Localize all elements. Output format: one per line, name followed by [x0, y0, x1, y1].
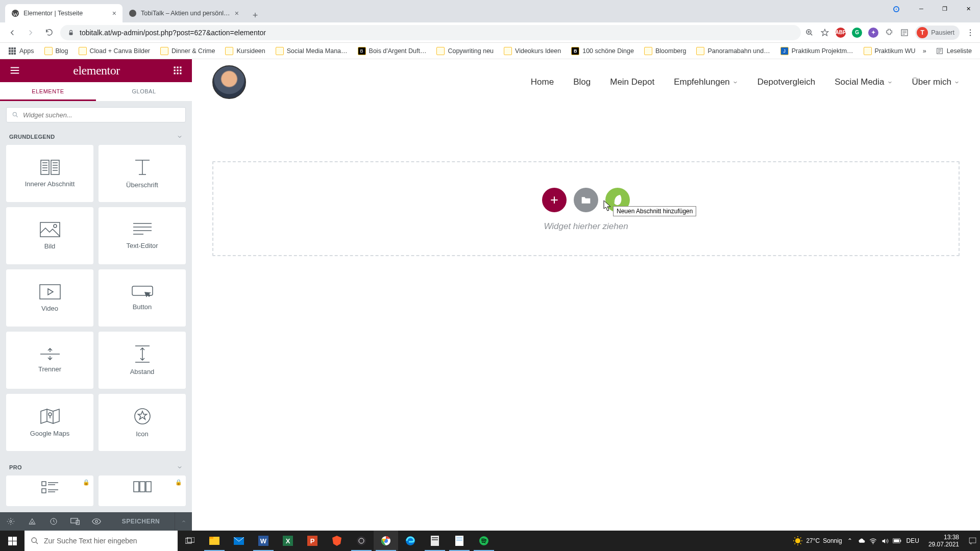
history-button[interactable]	[43, 512, 64, 531]
taskbar-app-mail[interactable]	[227, 531, 251, 551]
bookmark-item[interactable]: Copywriting neu	[432, 45, 498, 57]
tab-global[interactable]: GLOBAL	[96, 82, 192, 101]
zoom-icon[interactable]	[805, 28, 814, 37]
taskbar-app-word[interactable]: W	[251, 531, 276, 551]
widget-spacer[interactable]: Abstand	[99, 332, 186, 389]
window-close-button[interactable]: ✕	[957, 0, 980, 17]
widget-google-maps[interactable]: Google Maps	[6, 394, 93, 451]
bookmark-item[interactable]: JPraktikum Projektm…	[776, 45, 857, 57]
save-options-button[interactable]	[175, 512, 192, 531]
tray-chevron-icon[interactable]: ⌃	[847, 537, 852, 544]
window-minimize-button[interactable]: ─	[910, 0, 933, 17]
bookmark-item[interactable]: Cload + Canva Bilder	[75, 45, 154, 57]
battery-icon[interactable]	[893, 538, 901, 544]
forward-button[interactable]	[23, 26, 38, 40]
wifi-icon[interactable]	[869, 537, 877, 545]
hamburger-icon[interactable]	[9, 65, 20, 76]
bookmark-item[interactable]: B100 schöne Dinge	[567, 45, 638, 57]
responsive-button[interactable]	[64, 512, 86, 531]
bookmark-item[interactable]: Bloomberg	[640, 45, 690, 57]
site-logo[interactable]	[212, 65, 246, 99]
nav-item-blog[interactable]: Blog	[573, 77, 591, 87]
language-indicator[interactable]: DEU	[906, 537, 919, 544]
task-view-button[interactable]	[178, 531, 202, 551]
widget-heading[interactable]: Überschrift	[99, 145, 186, 202]
taskbar-app-obs[interactable]	[349, 531, 374, 551]
bookmark-item[interactable]: Kursideen	[221, 45, 269, 57]
widget-icon[interactable]: Icon	[99, 394, 186, 451]
widget-divider[interactable]: Trenner	[6, 332, 93, 389]
bookmark-item[interactable]: Social Media Mana…	[272, 45, 352, 57]
window-maximize-button[interactable]: ❐	[933, 0, 957, 17]
navigator-button[interactable]	[21, 512, 43, 531]
nav-item-recommendations[interactable]: Empfehlungen	[674, 77, 738, 87]
extension-icon[interactable]: ✦	[868, 28, 878, 38]
extension-grammarly-icon[interactable]: G	[852, 28, 862, 38]
new-tab-button[interactable]: +	[248, 8, 262, 22]
reading-list-icon[interactable]	[900, 28, 909, 37]
taskbar-app-brave[interactable]	[325, 531, 349, 551]
profile-state: Pausiert	[931, 29, 954, 36]
widget-button[interactable]: Button	[99, 269, 186, 327]
menu-dots-icon[interactable]	[966, 28, 975, 37]
bookmark-overflow-button[interactable]: »	[923, 47, 926, 55]
bookmark-item[interactable]: BBois d'Argent Duft…	[354, 45, 431, 57]
apps-grid-icon[interactable]	[173, 65, 183, 76]
widget-pro-locked[interactable]: 🔒	[6, 475, 93, 506]
taskbar-clock[interactable]: 13:38 29.07.2021	[924, 534, 963, 548]
browser-tab-active[interactable]: Elementor | Testseite ×	[5, 4, 122, 22]
taskbar-app-spotify[interactable]	[472, 531, 496, 551]
preview-button[interactable]	[86, 512, 107, 531]
tab-elements[interactable]: ELEMENTE	[0, 82, 96, 101]
url-field[interactable]: tobitalk.at/wp-admin/post.php?post=627&a…	[60, 25, 801, 40]
weather-widget[interactable]: 27°C Sonnig	[793, 536, 842, 546]
widget-inner-section[interactable]: Innerer Abschnitt	[6, 145, 93, 202]
taskbar-search[interactable]: Zur Suche Text hier eingeben	[24, 531, 178, 551]
volume-icon[interactable]	[881, 537, 889, 545]
bookmark-item[interactable]: Videokurs Ideen	[500, 45, 565, 57]
bookmark-item[interactable]: Dinner & Crime	[156, 45, 219, 57]
nav-item-depot[interactable]: Mein Depot	[610, 77, 654, 87]
settings-button[interactable]	[0, 512, 21, 531]
taskbar-app-edge[interactable]	[398, 531, 423, 551]
start-button[interactable]	[0, 531, 24, 551]
add-section-button[interactable]	[542, 188, 567, 212]
widget-image[interactable]: Bild	[6, 207, 93, 264]
extensions-icon[interactable]	[885, 28, 894, 37]
reload-button[interactable]	[42, 26, 56, 40]
add-template-button[interactable]	[574, 188, 598, 212]
notifications-icon[interactable]	[968, 537, 977, 545]
extension-abp-icon[interactable]: ABP	[836, 28, 846, 38]
apps-button[interactable]: Apps	[4, 45, 38, 57]
nav-item-home[interactable]: Home	[531, 77, 554, 87]
nav-item-comparison[interactable]: Depotvergleich	[757, 77, 815, 87]
nav-item-about[interactable]: Über mich	[912, 77, 960, 87]
back-button[interactable]	[5, 26, 19, 40]
profile-chip[interactable]: T Pausiert	[915, 26, 960, 40]
close-icon[interactable]: ×	[235, 9, 239, 17]
taskbar-app-explorer[interactable]	[202, 531, 227, 551]
drop-zone[interactable]: Widget hierher ziehen Neuen Abschnitt hi…	[212, 161, 960, 256]
onedrive-icon[interactable]	[857, 537, 865, 545]
widget-video[interactable]: Video	[6, 269, 93, 327]
bookmark-item[interactable]: Blog	[40, 45, 72, 57]
search-input[interactable]	[23, 111, 180, 119]
bookmark-item[interactable]: Panoramabahn und…	[692, 45, 774, 57]
nav-item-social[interactable]: Social Media	[835, 77, 892, 87]
category-pro[interactable]: PRO	[0, 457, 192, 475]
close-icon[interactable]: ×	[112, 9, 116, 17]
taskbar-app-powerpoint[interactable]: P	[300, 531, 325, 551]
browser-tab[interactable]: TobiTalk – Aktien und persönliche… ×	[122, 4, 245, 22]
star-icon[interactable]	[820, 28, 829, 37]
taskbar-app-excel[interactable]: X	[276, 531, 300, 551]
widget-search[interactable]	[6, 107, 186, 122]
bookmark-item[interactable]: Praktikum WU	[860, 45, 920, 57]
taskbar-app-chrome[interactable]	[374, 531, 398, 551]
widget-pro-locked[interactable]: 🔒	[99, 475, 186, 506]
reading-list-button[interactable]: Leseliste	[932, 45, 976, 57]
save-button[interactable]: SPEICHERN	[107, 518, 175, 525]
widget-text-editor[interactable]: Text-Editor	[99, 207, 186, 264]
taskbar-app-notepad[interactable]	[447, 531, 472, 551]
category-basic[interactable]: GRUNDLEGEND	[0, 127, 192, 145]
taskbar-app-reader[interactable]	[423, 531, 447, 551]
